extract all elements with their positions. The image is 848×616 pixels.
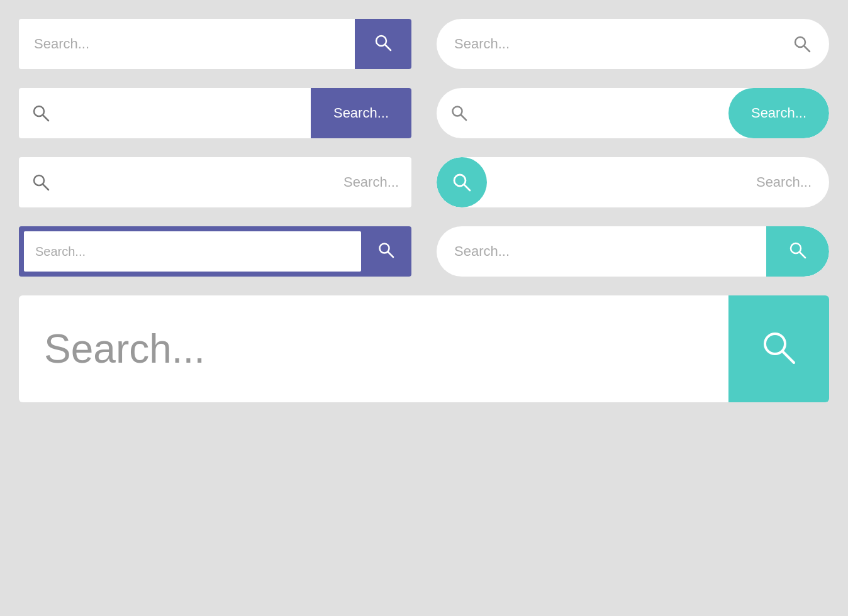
svg-line-3	[804, 46, 810, 52]
searchbar-9: Search...	[19, 295, 829, 402]
searchbar-6: Search...	[437, 157, 829, 207]
search-icon-5	[31, 173, 50, 192]
search-placeholder-6[interactable]: Search...	[497, 174, 812, 190]
searchbar-3: Search...	[19, 88, 411, 138]
search-icon-circle-6[interactable]	[437, 157, 487, 207]
search-input-7[interactable]: Search...	[35, 245, 350, 259]
searchbar-8: Search...	[437, 226, 829, 277]
searchbar-2: Search...	[437, 19, 829, 69]
search-button-8[interactable]	[766, 226, 829, 277]
svg-line-13	[388, 252, 394, 258]
svg-line-9	[43, 184, 48, 190]
search-icon-9	[760, 329, 798, 369]
svg-line-15	[800, 252, 805, 258]
search-input-1[interactable]: Search...	[19, 36, 355, 52]
search-icon-7	[377, 241, 395, 261]
search-input-8[interactable]: Search...	[454, 243, 766, 260]
search-inner-7: Search...	[24, 231, 361, 272]
search-icon-8	[788, 241, 807, 262]
search-button-7[interactable]	[366, 231, 406, 272]
searchbar-4: Search...	[437, 88, 829, 138]
svg-line-5	[43, 115, 48, 121]
svg-line-1	[385, 45, 391, 50]
search-icon-4	[450, 104, 468, 122]
search-button-4[interactable]: Search...	[728, 88, 829, 138]
svg-line-17	[783, 351, 794, 363]
searchbar-7: Search...	[19, 226, 411, 277]
searchbar-1: Search...	[19, 19, 411, 69]
search-button-1[interactable]	[355, 19, 411, 69]
searchbar-5: Search...	[19, 157, 411, 207]
search-input-9[interactable]: Search...	[44, 326, 728, 372]
search-icon-1	[373, 33, 393, 55]
search-button-3[interactable]: Search...	[311, 88, 411, 138]
svg-line-11	[464, 185, 470, 190]
search-icon-2	[793, 35, 812, 53]
svg-line-7	[461, 115, 467, 121]
search-bar-showcase: Search... Search...	[19, 19, 829, 402]
search-icon-3	[19, 104, 63, 123]
search-input-2[interactable]: Search...	[454, 36, 793, 52]
search-placeholder-5[interactable]: Search...	[343, 174, 399, 190]
search-button-9[interactable]	[728, 295, 829, 402]
